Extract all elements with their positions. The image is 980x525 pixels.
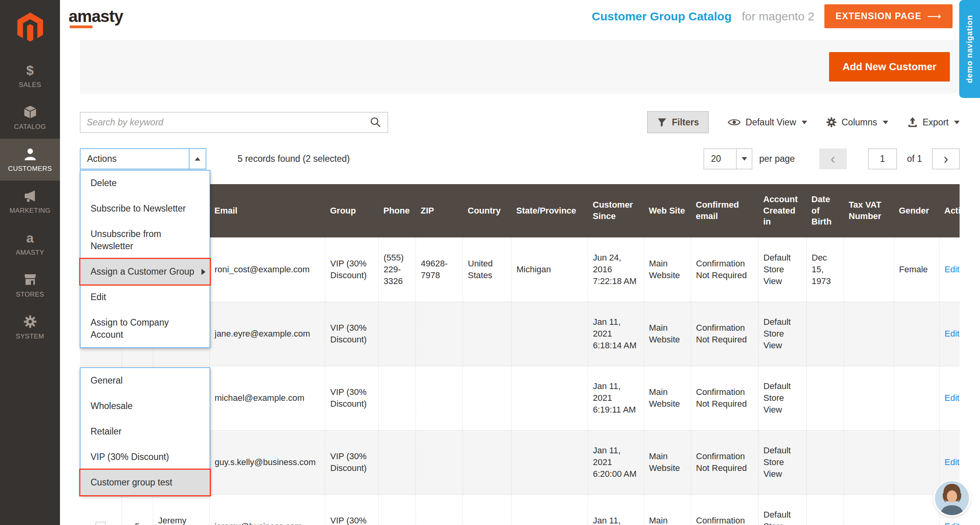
chevron-down-icon: [802, 121, 807, 124]
cell-group: VIP (30% Discount): [325, 237, 378, 302]
demo-navigation-tab[interactable]: demo navigation: [959, 0, 980, 98]
records-count: 5 records found (2 selected): [238, 154, 350, 164]
search-input[interactable]: [87, 117, 370, 128]
cell-web-site: Main Website: [644, 366, 691, 430]
cell-zip: [416, 494, 463, 525]
cell-customer-since: Jan 11, 2021 6:18:14 AM: [588, 302, 644, 366]
columns-label: Columns: [842, 117, 877, 128]
sidebar-item-label: SALES: [19, 81, 41, 89]
cell-country: [463, 494, 511, 525]
demo-navigation-label: demo navigation: [965, 15, 974, 83]
search-button[interactable]: [370, 116, 381, 128]
sidebar-item-customers[interactable]: CUSTOMERS: [0, 139, 60, 181]
funnel-icon: [657, 117, 667, 127]
sidebar-item-label: SYSTEM: [16, 333, 44, 340]
grid-toolbar: Filters Default View Columns Export: [80, 111, 960, 133]
view-label: Default View: [746, 117, 796, 128]
column-header-group[interactable]: Group: [325, 184, 378, 237]
chevron-down-icon: [883, 121, 888, 124]
menu-item-edit[interactable]: Edit: [80, 284, 210, 310]
cell-state: [511, 494, 588, 525]
menu-item-delete[interactable]: Delete: [80, 170, 210, 196]
sidebar-item-label: CATALOG: [14, 123, 46, 131]
column-header-action[interactable]: Action: [939, 184, 960, 237]
column-header-zip[interactable]: ZIP: [416, 184, 463, 237]
export-dropdown[interactable]: Export: [907, 117, 960, 128]
cell-email: michael@example.com: [209, 366, 325, 430]
column-header-state[interactable]: State/Province: [511, 184, 588, 237]
column-header-gender[interactable]: Gender: [894, 184, 939, 237]
sidebar-item-catalog[interactable]: CATALOG: [0, 97, 60, 139]
filters-button[interactable]: Filters: [647, 111, 709, 133]
cell-confirmed-email: Confirmation Not Required: [691, 366, 758, 430]
cell-state: Michigan: [511, 237, 588, 302]
sidebar-item-label: AMASTY: [16, 249, 44, 257]
sidebar-item-stores[interactable]: STORES: [0, 264, 60, 306]
customer-group-submenu: General Wholesale Retailer VIP (30% Disc…: [80, 368, 210, 496]
edit-link[interactable]: Edit: [945, 393, 960, 403]
edit-link[interactable]: Edit: [945, 264, 960, 274]
next-page-button[interactable]: ›: [932, 148, 960, 169]
edit-link[interactable]: Edit: [945, 329, 960, 339]
menu-item-unsubscribe[interactable]: Unsubscribe from Newsletter: [80, 221, 210, 259]
actions-select-toggle[interactable]: [189, 149, 206, 169]
menu-item-assign-company[interactable]: Assign to Company Account: [80, 310, 210, 348]
edit-link[interactable]: Edit: [945, 457, 960, 467]
magento-logo[interactable]: [0, 0, 60, 55]
extension-page-button[interactable]: EXTENSION PAGE ⟶: [824, 4, 953, 28]
menu-item-assign-customer-group[interactable]: Assign a Customer Group: [80, 259, 210, 284]
sidebar-item-system[interactable]: SYSTEM: [0, 306, 60, 348]
cell-date-of-birth: [806, 366, 844, 430]
view-dropdown[interactable]: Default View: [728, 117, 807, 128]
cell-tax-vat: [844, 237, 894, 302]
gear-icon: [826, 117, 837, 128]
column-header-confirmed-email[interactable]: Confirmed email: [691, 184, 758, 237]
cell-phone: [378, 430, 416, 494]
submenu-item-vip[interactable]: VIP (30% Discount): [80, 444, 210, 470]
submenu-item-retailer[interactable]: Retailer: [80, 419, 210, 444]
cell-phone: [378, 366, 416, 430]
sidebar-item-marketing[interactable]: MARKETING: [0, 181, 60, 223]
cell-email: jane.eyre@example.com: [209, 302, 325, 366]
cell-country: [463, 430, 511, 494]
cell-phone: [378, 302, 416, 366]
actions-select[interactable]: Actions: [80, 148, 206, 169]
column-header-account-created-in[interactable]: Account Created in: [758, 184, 806, 237]
sidebar-item-amasty[interactable]: a AMASTY: [0, 223, 60, 264]
menu-item-subscribe[interactable]: Subscribe to Newsletter: [80, 196, 210, 221]
cell-date-of-birth: Dec 15, 1973: [806, 237, 844, 302]
column-header-date-of-birth[interactable]: Date of Birth: [806, 184, 844, 237]
column-header-tax-vat[interactable]: Tax VAT Number: [844, 184, 894, 237]
column-header-web-site[interactable]: Web Site: [644, 184, 691, 237]
amasty-logo[interactable]: amasty: [69, 8, 123, 25]
page-header-band: Add New Customer: [80, 40, 960, 94]
per-page-toggle[interactable]: [736, 149, 752, 169]
per-page-select[interactable]: 20: [704, 148, 752, 169]
cell-customer-since: Jan 11, 2021 6:19:11 AM: [588, 366, 644, 430]
cell-email: jeremy@business.com: [209, 494, 325, 525]
sidebar-item-sales[interactable]: $ SALES: [0, 55, 60, 97]
submenu-item-wholesale[interactable]: Wholesale: [80, 393, 210, 419]
row-checkbox[interactable]: [96, 522, 106, 525]
columns-dropdown[interactable]: Columns: [826, 117, 888, 128]
box-icon: [23, 105, 37, 119]
add-new-customer-button[interactable]: Add New Customer: [829, 52, 950, 81]
chevron-down-icon: [742, 157, 747, 161]
customers-grid: Email Group Phone ZIP Country State/Prov…: [80, 184, 960, 525]
cell-web-site: Main Website: [644, 302, 691, 366]
column-header-email[interactable]: Email: [209, 184, 325, 237]
submenu-item-customer-group-test[interactable]: Customer group test: [80, 470, 210, 495]
support-chat-avatar[interactable]: [935, 481, 969, 515]
edit-link[interactable]: Edit: [945, 521, 960, 525]
actions-select-label: Actions: [80, 149, 189, 169]
previous-page-button[interactable]: ‹: [819, 148, 847, 169]
submenu-item-general[interactable]: General: [80, 368, 210, 393]
cell-account-created-in: Default Store View: [758, 302, 806, 366]
cell-state: [511, 366, 588, 430]
column-header-country[interactable]: Country: [463, 184, 511, 237]
table-row: roni_cost@example.com VIP (30% Discount)…: [80, 237, 960, 302]
page-number-input[interactable]: [868, 148, 897, 169]
column-header-phone[interactable]: Phone: [378, 184, 416, 237]
store-icon: [23, 272, 37, 287]
column-header-customer-since[interactable]: Customer Since: [588, 184, 644, 237]
